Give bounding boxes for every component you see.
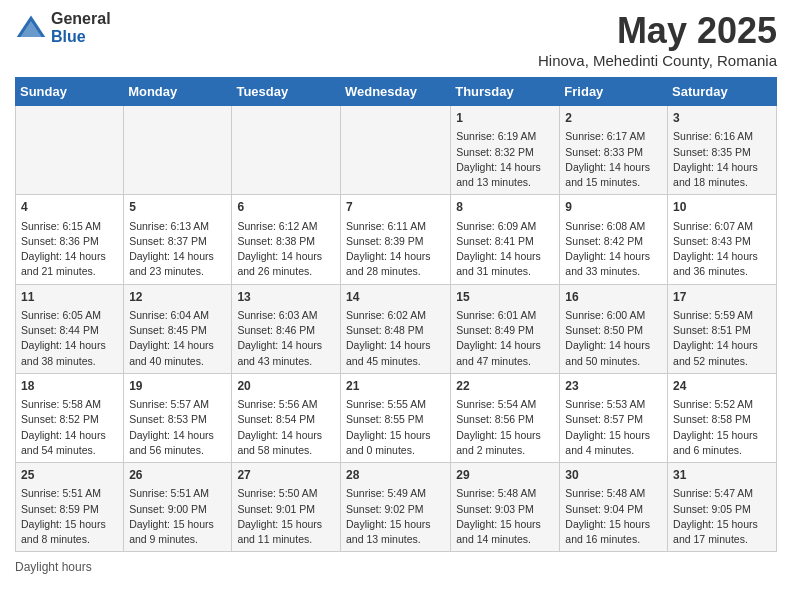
calendar-cell: 27Sunrise: 5:50 AM Sunset: 9:01 PM Dayli…	[232, 463, 341, 552]
col-header-monday: Monday	[124, 78, 232, 106]
col-header-saturday: Saturday	[668, 78, 777, 106]
day-number: 26	[129, 467, 226, 484]
day-info: Sunrise: 6:11 AM Sunset: 8:39 PM Dayligh…	[346, 219, 445, 280]
day-number: 14	[346, 289, 445, 306]
day-number: 23	[565, 378, 662, 395]
calendar-cell: 25Sunrise: 5:51 AM Sunset: 8:59 PM Dayli…	[16, 463, 124, 552]
calendar-cell	[340, 106, 450, 195]
col-header-wednesday: Wednesday	[340, 78, 450, 106]
calendar-cell: 5Sunrise: 6:13 AM Sunset: 8:37 PM Daylig…	[124, 195, 232, 284]
calendar-cell: 3Sunrise: 6:16 AM Sunset: 8:35 PM Daylig…	[668, 106, 777, 195]
day-info: Sunrise: 6:01 AM Sunset: 8:49 PM Dayligh…	[456, 308, 554, 369]
day-info: Sunrise: 6:08 AM Sunset: 8:42 PM Dayligh…	[565, 219, 662, 280]
calendar-cell: 14Sunrise: 6:02 AM Sunset: 8:48 PM Dayli…	[340, 284, 450, 373]
calendar-cell: 22Sunrise: 5:54 AM Sunset: 8:56 PM Dayli…	[451, 373, 560, 462]
day-info: Sunrise: 6:13 AM Sunset: 8:37 PM Dayligh…	[129, 219, 226, 280]
calendar-cell: 4Sunrise: 6:15 AM Sunset: 8:36 PM Daylig…	[16, 195, 124, 284]
day-info: Sunrise: 6:17 AM Sunset: 8:33 PM Dayligh…	[565, 129, 662, 190]
day-number: 17	[673, 289, 771, 306]
calendar-title: May 2025	[538, 10, 777, 52]
day-number: 22	[456, 378, 554, 395]
day-info: Sunrise: 6:15 AM Sunset: 8:36 PM Dayligh…	[21, 219, 118, 280]
header-row: SundayMondayTuesdayWednesdayThursdayFrid…	[16, 78, 777, 106]
day-number: 13	[237, 289, 335, 306]
day-info: Sunrise: 5:53 AM Sunset: 8:57 PM Dayligh…	[565, 397, 662, 458]
day-number: 16	[565, 289, 662, 306]
calendar-cell: 16Sunrise: 6:00 AM Sunset: 8:50 PM Dayli…	[560, 284, 668, 373]
day-number: 5	[129, 199, 226, 216]
calendar-cell: 2Sunrise: 6:17 AM Sunset: 8:33 PM Daylig…	[560, 106, 668, 195]
day-info: Sunrise: 6:07 AM Sunset: 8:43 PM Dayligh…	[673, 219, 771, 280]
day-number: 8	[456, 199, 554, 216]
calendar-cell: 8Sunrise: 6:09 AM Sunset: 8:41 PM Daylig…	[451, 195, 560, 284]
day-number: 12	[129, 289, 226, 306]
day-number: 30	[565, 467, 662, 484]
day-info: Sunrise: 6:02 AM Sunset: 8:48 PM Dayligh…	[346, 308, 445, 369]
daylight-label: Daylight hours	[15, 560, 92, 574]
footer: Daylight hours	[15, 560, 777, 574]
day-info: Sunrise: 5:48 AM Sunset: 9:04 PM Dayligh…	[565, 486, 662, 547]
day-number: 31	[673, 467, 771, 484]
calendar-cell	[232, 106, 341, 195]
week-row-2: 4Sunrise: 6:15 AM Sunset: 8:36 PM Daylig…	[16, 195, 777, 284]
day-number: 27	[237, 467, 335, 484]
day-number: 24	[673, 378, 771, 395]
day-number: 18	[21, 378, 118, 395]
day-info: Sunrise: 5:47 AM Sunset: 9:05 PM Dayligh…	[673, 486, 771, 547]
calendar-cell: 13Sunrise: 6:03 AM Sunset: 8:46 PM Dayli…	[232, 284, 341, 373]
logo-general: General	[51, 10, 111, 28]
logo-text: General Blue	[51, 10, 111, 45]
day-info: Sunrise: 5:51 AM Sunset: 8:59 PM Dayligh…	[21, 486, 118, 547]
day-number: 28	[346, 467, 445, 484]
day-info: Sunrise: 6:19 AM Sunset: 8:32 PM Dayligh…	[456, 129, 554, 190]
calendar-cell: 1Sunrise: 6:19 AM Sunset: 8:32 PM Daylig…	[451, 106, 560, 195]
calendar-cell: 18Sunrise: 5:58 AM Sunset: 8:52 PM Dayli…	[16, 373, 124, 462]
calendar-cell: 11Sunrise: 6:05 AM Sunset: 8:44 PM Dayli…	[16, 284, 124, 373]
day-number: 10	[673, 199, 771, 216]
day-number: 2	[565, 110, 662, 127]
calendar-cell: 12Sunrise: 6:04 AM Sunset: 8:45 PM Dayli…	[124, 284, 232, 373]
calendar-cell: 7Sunrise: 6:11 AM Sunset: 8:39 PM Daylig…	[340, 195, 450, 284]
col-header-friday: Friday	[560, 78, 668, 106]
day-number: 6	[237, 199, 335, 216]
day-info: Sunrise: 5:54 AM Sunset: 8:56 PM Dayligh…	[456, 397, 554, 458]
day-number: 4	[21, 199, 118, 216]
day-number: 7	[346, 199, 445, 216]
week-row-4: 18Sunrise: 5:58 AM Sunset: 8:52 PM Dayli…	[16, 373, 777, 462]
day-info: Sunrise: 6:09 AM Sunset: 8:41 PM Dayligh…	[456, 219, 554, 280]
calendar-cell: 17Sunrise: 5:59 AM Sunset: 8:51 PM Dayli…	[668, 284, 777, 373]
calendar-cell: 20Sunrise: 5:56 AM Sunset: 8:54 PM Dayli…	[232, 373, 341, 462]
day-info: Sunrise: 5:48 AM Sunset: 9:03 PM Dayligh…	[456, 486, 554, 547]
day-number: 20	[237, 378, 335, 395]
calendar-cell: 10Sunrise: 6:07 AM Sunset: 8:43 PM Dayli…	[668, 195, 777, 284]
day-info: Sunrise: 6:12 AM Sunset: 8:38 PM Dayligh…	[237, 219, 335, 280]
calendar-cell: 6Sunrise: 6:12 AM Sunset: 8:38 PM Daylig…	[232, 195, 341, 284]
day-number: 19	[129, 378, 226, 395]
calendar-cell: 24Sunrise: 5:52 AM Sunset: 8:58 PM Dayli…	[668, 373, 777, 462]
calendar-cell: 26Sunrise: 5:51 AM Sunset: 9:00 PM Dayli…	[124, 463, 232, 552]
day-info: Sunrise: 5:52 AM Sunset: 8:58 PM Dayligh…	[673, 397, 771, 458]
day-number: 11	[21, 289, 118, 306]
day-info: Sunrise: 6:04 AM Sunset: 8:45 PM Dayligh…	[129, 308, 226, 369]
day-info: Sunrise: 5:58 AM Sunset: 8:52 PM Dayligh…	[21, 397, 118, 458]
day-info: Sunrise: 6:03 AM Sunset: 8:46 PM Dayligh…	[237, 308, 335, 369]
calendar-cell: 29Sunrise: 5:48 AM Sunset: 9:03 PM Dayli…	[451, 463, 560, 552]
calendar-cell	[124, 106, 232, 195]
calendar-cell: 21Sunrise: 5:55 AM Sunset: 8:55 PM Dayli…	[340, 373, 450, 462]
logo-blue: Blue	[51, 28, 111, 46]
calendar-cell	[16, 106, 124, 195]
day-info: Sunrise: 5:49 AM Sunset: 9:02 PM Dayligh…	[346, 486, 445, 547]
title-block: May 2025 Hinova, Mehedinti County, Roman…	[538, 10, 777, 69]
day-info: Sunrise: 6:05 AM Sunset: 8:44 PM Dayligh…	[21, 308, 118, 369]
day-number: 1	[456, 110, 554, 127]
logo: General Blue	[15, 10, 111, 45]
day-info: Sunrise: 6:00 AM Sunset: 8:50 PM Dayligh…	[565, 308, 662, 369]
page-header: General Blue May 2025 Hinova, Mehedinti …	[15, 10, 777, 69]
col-header-sunday: Sunday	[16, 78, 124, 106]
calendar-cell: 19Sunrise: 5:57 AM Sunset: 8:53 PM Dayli…	[124, 373, 232, 462]
day-number: 9	[565, 199, 662, 216]
week-row-1: 1Sunrise: 6:19 AM Sunset: 8:32 PM Daylig…	[16, 106, 777, 195]
day-info: Sunrise: 5:57 AM Sunset: 8:53 PM Dayligh…	[129, 397, 226, 458]
calendar-cell: 28Sunrise: 5:49 AM Sunset: 9:02 PM Dayli…	[340, 463, 450, 552]
calendar-subtitle: Hinova, Mehedinti County, Romania	[538, 52, 777, 69]
